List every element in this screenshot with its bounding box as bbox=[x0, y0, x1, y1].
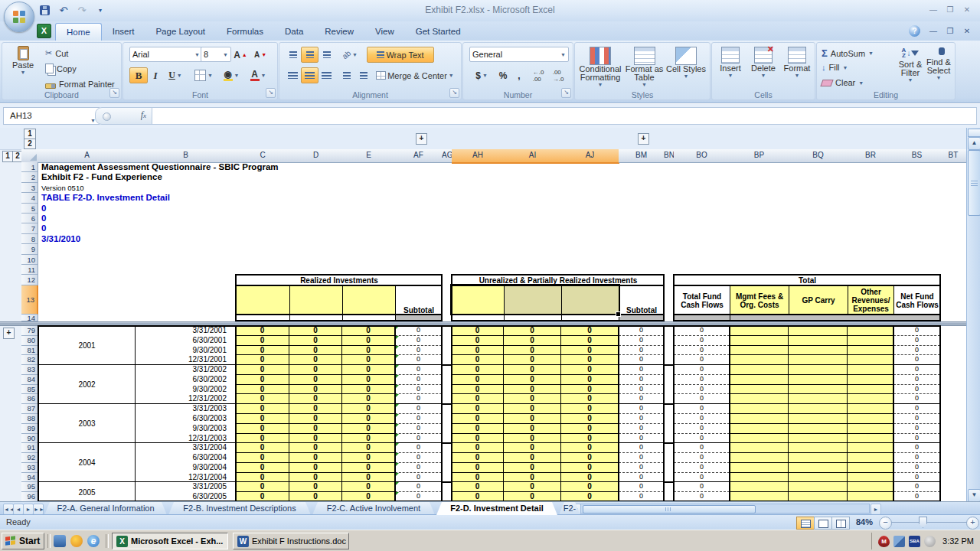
date-cell-81[interactable]: 9/30/2001 bbox=[136, 346, 236, 356]
accounting-format-button[interactable]: $▼ bbox=[469, 67, 494, 83]
grid-cell[interactable]: 0 bbox=[452, 453, 504, 463]
grid-cell[interactable]: 0 bbox=[674, 463, 730, 473]
grid-cell[interactable]: 0 bbox=[619, 365, 664, 375]
grid-cell[interactable] bbox=[730, 365, 789, 375]
zoom-slider-handle[interactable] bbox=[919, 517, 927, 528]
workbook-restore-button[interactable]: ❐ bbox=[943, 25, 957, 37]
grid-cell[interactable]: 0 bbox=[893, 336, 940, 346]
grid-cell[interactable] bbox=[789, 365, 848, 375]
grid-cell[interactable]: 0 bbox=[342, 375, 395, 385]
conditional-formatting-button[interactable]: Conditional Formatting▼ bbox=[578, 47, 622, 87]
row-header-85[interactable]: 85 bbox=[21, 385, 38, 395]
sheet-tab-1[interactable]: F2-A. General Information bbox=[44, 502, 167, 515]
formula-input[interactable] bbox=[152, 107, 977, 125]
grid-cell[interactable]: 0 bbox=[674, 346, 730, 356]
grid-cell[interactable]: 0 bbox=[561, 424, 619, 434]
column-header-B[interactable]: B bbox=[136, 149, 237, 163]
grid-cell[interactable]: 0 bbox=[289, 404, 342, 414]
grid-cell[interactable]: 0 bbox=[452, 443, 504, 453]
year-cell-2001[interactable]: 2001 bbox=[38, 326, 136, 365]
sort-filter-button[interactable]: AZ↓ Sort & Filter▼ bbox=[895, 47, 926, 83]
column-header-AG[interactable]: AG bbox=[442, 149, 452, 163]
grid-cell[interactable]: 0 bbox=[289, 375, 342, 385]
grid-cell[interactable]: 0 bbox=[236, 326, 289, 336]
row-header-10[interactable]: 10 bbox=[21, 255, 38, 265]
format-as-table-button[interactable]: Format as Table▼ bbox=[623, 47, 665, 87]
grid-cell[interactable]: 0 bbox=[504, 482, 561, 492]
row-header-95[interactable]: 95 bbox=[21, 482, 38, 492]
sheet-tab-4[interactable]: F2-D. Investment Detail bbox=[436, 502, 557, 515]
grid-cell[interactable]: 0 bbox=[342, 346, 395, 356]
grid-cell[interactable]: 0 bbox=[619, 385, 664, 395]
hscroll-right-button[interactable]: ► bbox=[871, 504, 881, 515]
grid-cell[interactable]: 0 bbox=[342, 453, 395, 463]
row-header-6[interactable]: 6 bbox=[21, 214, 38, 223]
grid-cell[interactable]: 0 bbox=[395, 404, 442, 414]
grid-cell[interactable]: 0 bbox=[674, 424, 730, 434]
align-bottom-button[interactable] bbox=[318, 47, 335, 63]
row-header-2[interactable]: 2 bbox=[21, 172, 38, 182]
grid-cell[interactable]: 0 bbox=[395, 346, 442, 356]
align-top-button[interactable] bbox=[284, 47, 302, 63]
row-header-86[interactable]: 86 bbox=[21, 394, 38, 404]
grid-cell[interactable] bbox=[848, 443, 893, 453]
grid-cell[interactable] bbox=[789, 424, 848, 434]
year-cell-2002[interactable]: 2002 bbox=[38, 365, 136, 404]
number-dialog-launcher[interactable]: ↘ bbox=[561, 88, 571, 98]
font-dialog-launcher[interactable]: ↘ bbox=[266, 88, 276, 98]
grid-cell[interactable]: 0 bbox=[619, 453, 664, 463]
mcafee-tray-icon[interactable]: M bbox=[878, 536, 890, 547]
fill-handle[interactable] bbox=[616, 311, 621, 317]
grid-cell[interactable]: 0 bbox=[674, 385, 730, 395]
column-header-BS[interactable]: BS bbox=[893, 149, 941, 163]
date-cell-93[interactable]: 9/30/2004 bbox=[136, 463, 236, 473]
grid-cell[interactable] bbox=[789, 453, 848, 463]
grid-cell[interactable]: 0 bbox=[395, 375, 442, 385]
row-header-91[interactable]: 91 bbox=[21, 443, 38, 453]
grid-cell[interactable]: 0 bbox=[561, 404, 619, 414]
column-header-A[interactable]: A bbox=[38, 149, 136, 163]
grid-cell[interactable]: 0 bbox=[504, 365, 561, 375]
column-outline-level-1-button[interactable]: 1 bbox=[2, 151, 13, 162]
zoom-slider-track[interactable] bbox=[891, 522, 971, 523]
first-sheet-button[interactable]: ◄◄ bbox=[3, 504, 14, 515]
date-cell-84[interactable]: 6/30/2002 bbox=[136, 375, 236, 385]
window-close-button[interactable]: ✕ bbox=[960, 4, 974, 15]
date-cell-85[interactable]: 9/30/2002 bbox=[136, 385, 236, 395]
ribbon-tab-view[interactable]: View bbox=[364, 23, 405, 41]
grid-cell[interactable]: 0 bbox=[561, 414, 619, 424]
row-header-12[interactable]: 12 bbox=[21, 275, 38, 285]
grid-cell[interactable]: 0 bbox=[452, 424, 504, 434]
grid-cell[interactable]: 0 bbox=[504, 375, 561, 385]
grid-cell[interactable]: 0 bbox=[561, 443, 619, 453]
grid-cell[interactable]: 0 bbox=[289, 424, 342, 434]
grid-cell[interactable]: 0 bbox=[893, 463, 940, 473]
grid-cell[interactable]: 0 bbox=[674, 482, 730, 492]
grid-cell[interactable] bbox=[848, 404, 893, 414]
row-header-88[interactable]: 88 bbox=[21, 414, 38, 424]
column-header-AI[interactable]: AI bbox=[504, 149, 562, 164]
grid-cell[interactable] bbox=[730, 453, 789, 463]
grid-cell[interactable]: 0 bbox=[619, 336, 664, 346]
grid-cell[interactable] bbox=[789, 482, 848, 492]
doc-line-row-1[interactable]: Management Assessment Questionnaire - SB… bbox=[41, 162, 279, 172]
grid-cell[interactable]: 0 bbox=[504, 385, 561, 395]
format-cells-button[interactable]: Format▼ bbox=[781, 47, 813, 78]
doc-line-row-8[interactable]: 3/31/2010 bbox=[41, 234, 80, 244]
quick-launch-outlook-icon[interactable] bbox=[54, 535, 66, 547]
column-header-BN[interactable]: BN bbox=[664, 149, 675, 163]
grid-cell[interactable]: 0 bbox=[289, 346, 342, 356]
delete-cells-button[interactable]: ✕ Delete▼ bbox=[747, 47, 779, 78]
grid-cell[interactable]: 0 bbox=[452, 346, 504, 356]
column-header-BP[interactable]: BP bbox=[730, 149, 789, 163]
grid-cell[interactable]: 0 bbox=[236, 336, 289, 346]
grid-cell[interactable]: 0 bbox=[236, 453, 289, 463]
grid-cell[interactable]: 0 bbox=[342, 326, 395, 336]
scroll-up-button[interactable]: ▲ bbox=[968, 137, 980, 150]
row-header-81[interactable]: 81 bbox=[21, 346, 38, 356]
grid-cell[interactable]: 0 bbox=[619, 375, 664, 385]
row-header-8[interactable]: 8 bbox=[21, 234, 38, 244]
grid-cell[interactable]: 0 bbox=[619, 404, 664, 414]
align-center-button[interactable] bbox=[301, 67, 318, 83]
grid-cell[interactable]: 0 bbox=[395, 463, 442, 473]
